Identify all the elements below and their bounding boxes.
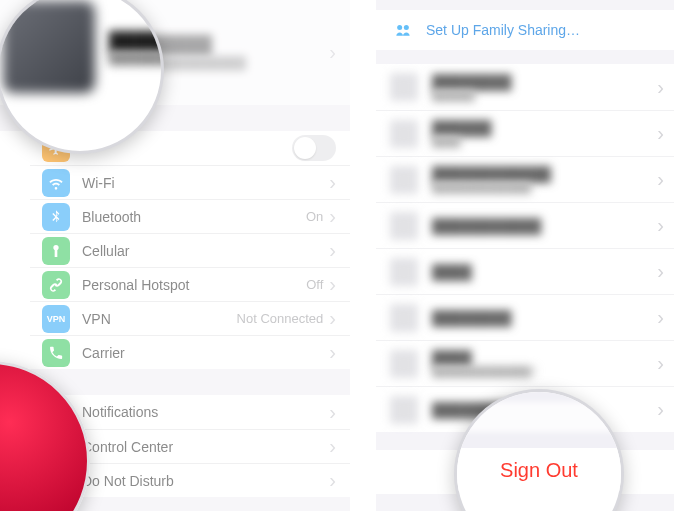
device-row[interactable]: ██████████████████████████ › [376, 156, 674, 202]
wifi-icon [42, 169, 70, 197]
row-label: Do Not Disturb [82, 473, 329, 489]
device-name: ██████ [432, 120, 657, 136]
chevron-right-icon: › [329, 435, 336, 458]
row-detail: Off [306, 277, 323, 292]
device-name: ████████████ [432, 166, 657, 182]
device-sub: ██████ [432, 90, 657, 101]
row-detail: Not Connected [237, 311, 324, 326]
link-icon [42, 271, 70, 299]
device-name: ████ [432, 350, 657, 366]
chevron-right-icon: › [329, 469, 336, 492]
sign-out-row[interactable]: Sign Out [457, 448, 621, 492]
chevron-right-icon: › [657, 122, 664, 145]
chevron-right-icon: › [657, 168, 664, 191]
vpn-icon: VPN [42, 305, 70, 333]
bluetooth-icon [42, 203, 70, 231]
family-sharing-row[interactable]: Set Up Family Sharing… [376, 10, 674, 50]
device-row[interactable]: ██████████ › [376, 110, 674, 156]
device-sub: ██████████████ [432, 182, 657, 193]
device-name: ████████ [432, 74, 657, 90]
device-name: ████████ [432, 310, 657, 326]
airplane-toggle[interactable] [292, 135, 336, 161]
device-sub: ██████████████2 [432, 366, 657, 377]
device-row[interactable]: ████ › [376, 248, 674, 294]
avatar [3, 1, 95, 93]
chevron-right-icon: › [657, 214, 664, 237]
hotspot-row[interactable]: Personal Hotspot Off › [30, 267, 350, 301]
chevron-right-icon: › [657, 76, 664, 99]
row-label: Personal Hotspot [82, 277, 306, 293]
tutorial-composite: ████████ ████████████████ › Wi-Fi › [0, 0, 674, 511]
family-sharing-label: Set Up Family Sharing… [426, 22, 580, 38]
connectivity-group: Wi-Fi › Bluetooth On › Cellular › [0, 131, 350, 369]
device-row[interactable]: ███████████ › [376, 202, 674, 248]
chevron-right-icon: › [329, 341, 336, 364]
row-label: VPN [82, 311, 237, 327]
svg-point-5 [397, 25, 402, 30]
device-list: ██████████████ › ██████████ › ██████████… [376, 64, 674, 432]
chevron-right-icon: › [657, 352, 664, 375]
row-label: Cellular [82, 243, 323, 259]
sign-out-label: Sign Out [500, 459, 578, 482]
row-label: Bluetooth [82, 209, 306, 225]
wifi-row[interactable]: Wi-Fi › [30, 165, 350, 199]
device-icon [390, 120, 418, 148]
chevron-right-icon: › [657, 306, 664, 329]
device-icon [390, 212, 418, 240]
row-label: Control Center [82, 439, 329, 455]
device-sub: ████ [432, 136, 657, 147]
family-icon [390, 17, 416, 43]
device-icon [390, 304, 418, 332]
row-label: Carrier [82, 345, 323, 361]
row-label: Notifications [82, 404, 329, 420]
device-name: ███████████ [432, 218, 657, 234]
chevron-right-icon: › [329, 41, 336, 64]
svg-point-6 [404, 25, 409, 30]
chevron-right-icon: › [329, 273, 336, 296]
chevron-right-icon: › [329, 205, 336, 228]
device-row[interactable]: ██████████████ › [376, 64, 674, 110]
profile-subtitle: ████████████████ [109, 52, 164, 64]
chevron-right-icon: › [329, 171, 336, 194]
chevron-right-icon: › [329, 401, 336, 424]
device-icon [390, 73, 418, 101]
chevron-right-icon: › [657, 260, 664, 283]
bluetooth-row[interactable]: Bluetooth On › [30, 199, 350, 233]
vpn-row[interactable]: VPN VPN Not Connected › [30, 301, 350, 335]
phone-icon [42, 339, 70, 367]
carrier-row[interactable]: Carrier › [30, 335, 350, 369]
device-name: ████ [432, 264, 657, 280]
device-icon [390, 350, 418, 378]
device-row[interactable]: ████████ › [376, 294, 674, 340]
chevron-right-icon: › [657, 398, 664, 421]
row-label: Wi-Fi [82, 175, 323, 191]
chevron-right-icon: › [329, 239, 336, 262]
device-icon [390, 166, 418, 194]
device-icon [390, 258, 418, 286]
device-row[interactable]: ██████████████████2 › [376, 340, 674, 386]
chevron-right-icon: › [329, 307, 336, 330]
device-icon [390, 396, 418, 424]
antenna-icon [42, 237, 70, 265]
row-detail: On [306, 209, 323, 224]
cellular-row[interactable]: Cellular › [30, 233, 350, 267]
profile-name: ████████ [109, 31, 164, 52]
